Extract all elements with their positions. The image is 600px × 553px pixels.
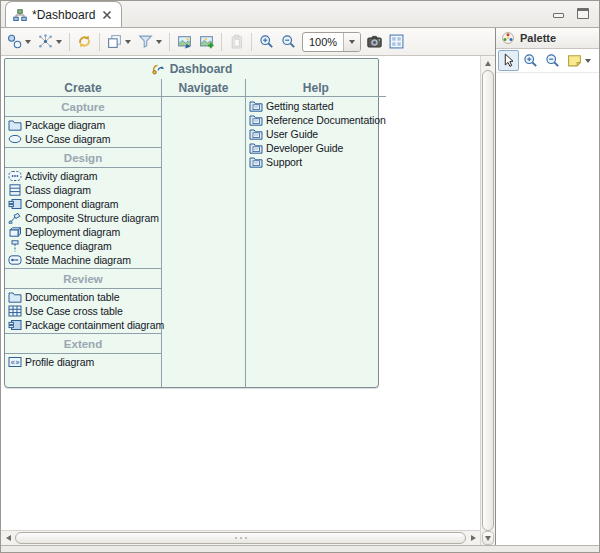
select-tool[interactable] bbox=[498, 50, 519, 71]
grid-view-button[interactable] bbox=[386, 32, 407, 51]
palette-header[interactable]: Palette bbox=[496, 28, 600, 49]
horizontal-scrollbar-thumb[interactable] bbox=[15, 532, 466, 544]
add-image-button[interactable] bbox=[196, 32, 217, 51]
link-state-machine-diagram[interactable]: State Machine diagram bbox=[5, 253, 161, 267]
column-header-navigate: Navigate bbox=[162, 79, 245, 97]
sticky-note-icon bbox=[567, 53, 582, 68]
zoom-combo-dropdown[interactable] bbox=[343, 33, 360, 51]
folder-icon bbox=[8, 291, 22, 303]
link-label: Package diagram bbox=[25, 119, 105, 131]
section-design-items: Activity diagram Class diagram Component… bbox=[5, 168, 161, 269]
close-icon[interactable] bbox=[100, 8, 113, 21]
link-label: Reference Documentation bbox=[266, 114, 386, 126]
link-user-guide[interactable]: User Guide bbox=[246, 127, 386, 141]
synchronize-button[interactable] bbox=[74, 32, 95, 51]
link-label: Documentation table bbox=[25, 291, 119, 303]
editor-area: 100% Dashboard bbox=[1, 28, 495, 545]
link-package-containment-diagram[interactable]: Package containment diagram bbox=[5, 318, 161, 332]
link-label: Class diagram bbox=[25, 184, 91, 196]
help-folder-icon bbox=[249, 142, 263, 154]
chevron-down-icon[interactable] bbox=[585, 59, 591, 63]
link-sequence-diagram[interactable]: Sequence diagram bbox=[5, 239, 161, 253]
composite-structure-icon bbox=[8, 212, 22, 224]
diagram-canvas[interactable]: Dashboard Create Capture Package diagram bbox=[1, 56, 495, 545]
chevron-down-icon[interactable] bbox=[25, 40, 31, 44]
link-use-case-diagram[interactable]: Use Case diagram bbox=[5, 132, 161, 146]
chevron-down-icon[interactable] bbox=[156, 40, 162, 44]
link-component-diagram[interactable]: Component diagram bbox=[5, 197, 161, 211]
link-use-case-cross-table[interactable]: Use Case cross table bbox=[5, 304, 161, 318]
zoom-out-tool[interactable] bbox=[542, 50, 563, 71]
link-composite-structure-diagram[interactable]: Composite Structure diagram bbox=[5, 211, 161, 225]
minimize-icon[interactable] bbox=[553, 13, 564, 18]
section-header-design: Design bbox=[5, 148, 161, 168]
grid-icon bbox=[389, 34, 404, 49]
link-support[interactable]: Support bbox=[246, 155, 386, 169]
copy-appearance-button[interactable] bbox=[104, 32, 134, 51]
link-label: Use Case diagram bbox=[25, 133, 110, 145]
activity-icon bbox=[8, 170, 22, 182]
tab-dashboard[interactable]: *Dashboard bbox=[5, 1, 122, 27]
select-elements-button[interactable] bbox=[4, 32, 34, 51]
toolbar-separator bbox=[251, 33, 252, 51]
dashboard-column-create: Create Capture Package diagram Use Case … bbox=[5, 79, 162, 387]
folder-icon bbox=[8, 119, 22, 131]
horizontal-scrollbar[interactable] bbox=[1, 530, 480, 545]
zoom-in-button[interactable] bbox=[256, 32, 277, 51]
link-profile-diagram[interactable]: Profile diagram bbox=[5, 355, 161, 369]
arrow-down-icon bbox=[485, 536, 491, 541]
help-items: Getting started Reference Documentation … bbox=[246, 97, 386, 169]
toolbar-separator bbox=[69, 33, 70, 51]
chevron-down-icon bbox=[349, 40, 355, 44]
scroll-up-button[interactable] bbox=[481, 56, 495, 70]
link-reference-documentation[interactable]: Reference Documentation bbox=[246, 113, 386, 127]
vertical-scrollbar[interactable] bbox=[480, 56, 495, 545]
scroll-down-button[interactable] bbox=[482, 531, 494, 545]
export-image-button[interactable] bbox=[174, 32, 195, 51]
link-getting-started[interactable]: Getting started bbox=[246, 99, 386, 113]
chevron-down-icon[interactable] bbox=[125, 40, 131, 44]
containment-icon bbox=[8, 319, 22, 331]
vertical-scrollbar-thumb[interactable] bbox=[482, 70, 494, 531]
link-label: Component diagram bbox=[25, 198, 118, 210]
cursor-icon bbox=[501, 53, 516, 68]
dashboard-icon bbox=[151, 62, 165, 76]
link-tool[interactable] bbox=[595, 50, 600, 71]
link-label: Activity diagram bbox=[25, 170, 98, 182]
palette-body[interactable] bbox=[496, 73, 600, 545]
diagram-tree-icon bbox=[13, 9, 27, 21]
scroll-left-button[interactable] bbox=[1, 531, 15, 545]
dashboard-column-navigate: Navigate bbox=[162, 79, 246, 387]
clipboard-icon bbox=[229, 34, 244, 49]
help-folder-icon bbox=[249, 114, 263, 126]
link-documentation-table[interactable]: Documentation table bbox=[5, 290, 161, 304]
zoom-in-icon bbox=[523, 53, 538, 68]
link-developer-guide[interactable]: Developer Guide bbox=[246, 141, 386, 155]
section-header-review: Review bbox=[5, 269, 161, 289]
note-tool[interactable] bbox=[564, 50, 594, 71]
dashboard-panel-title: Dashboard bbox=[5, 59, 378, 79]
zoom-in-tool[interactable] bbox=[520, 50, 541, 71]
maximize-icon[interactable] bbox=[577, 8, 589, 19]
section-capture-items: Package diagram Use Case diagram bbox=[5, 117, 161, 148]
arrow-up-icon bbox=[485, 61, 491, 66]
link-label: Use Case cross table bbox=[25, 305, 123, 317]
help-folder-icon bbox=[249, 100, 263, 112]
zoom-out-button[interactable] bbox=[278, 32, 299, 51]
zoom-in-icon bbox=[259, 34, 274, 49]
section-header-capture: Capture bbox=[5, 97, 161, 117]
link-activity-diagram[interactable]: Activity diagram bbox=[5, 169, 161, 183]
chevron-down-icon[interactable] bbox=[56, 40, 62, 44]
filters-button[interactable] bbox=[135, 32, 165, 51]
zoom-level-combo[interactable]: 100% bbox=[302, 32, 361, 52]
snapshot-button[interactable] bbox=[364, 32, 385, 51]
link-deployment-diagram[interactable]: Deployment diagram bbox=[5, 225, 161, 239]
link-class-diagram[interactable]: Class diagram bbox=[5, 183, 161, 197]
arrange-layout-button[interactable] bbox=[35, 32, 65, 51]
link-package-diagram[interactable]: Package diagram bbox=[5, 118, 161, 132]
link-label: Getting started bbox=[266, 100, 333, 112]
scroll-right-button[interactable] bbox=[466, 531, 480, 545]
toolbar-separator bbox=[221, 33, 222, 51]
section-review-items: Documentation table Use Case cross table… bbox=[5, 289, 161, 334]
link-label: Deployment diagram bbox=[25, 226, 120, 238]
